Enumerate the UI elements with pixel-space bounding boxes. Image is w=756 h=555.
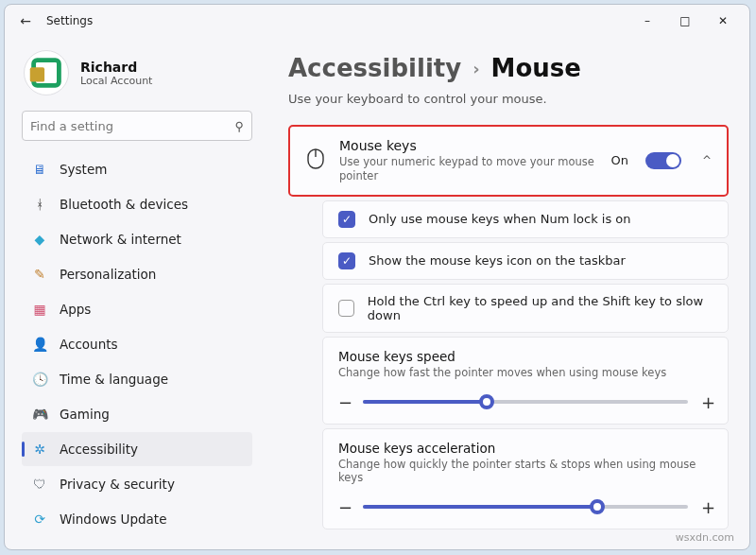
nav-label: Apps	[60, 302, 91, 317]
nav-label: Bluetooth & devices	[60, 197, 188, 212]
breadcrumb-parent[interactable]: Accessibility	[288, 54, 461, 82]
page-subtitle: Use your keyboard to control your mouse.	[288, 92, 729, 106]
back-button[interactable]: ←	[12, 13, 39, 28]
numlock-label: Only use mouse keys when Num lock is on	[369, 212, 631, 226]
nav-label: Windows Update	[60, 512, 166, 527]
nav-icon: 🕓	[31, 371, 48, 388]
nav-label: Network & internet	[60, 232, 181, 247]
accel-plus[interactable]: +	[701, 497, 713, 517]
app-title: Settings	[46, 14, 93, 27]
nav-icon: ✎	[31, 266, 48, 283]
mouse-keys-toggle[interactable]	[645, 152, 681, 169]
sidebar-item-apps[interactable]: ▦Apps	[22, 292, 252, 326]
sidebar-item-accessibility[interactable]: ✲Accessibility	[22, 432, 252, 466]
sidebar-item-bluetooth-devices[interactable]: ᚼBluetooth & devices	[22, 187, 252, 221]
main-content: Accessibility › Mouse Use your keyboard …	[260, 37, 749, 549]
sidebar-item-windows-update[interactable]: ⟳Windows Update	[22, 502, 252, 536]
nav-label: Accounts	[60, 337, 118, 352]
maximize-button[interactable]: □	[666, 8, 704, 34]
settings-window: ← Settings – □ ✕ Richard Local Account ⚲…	[4, 4, 750, 550]
accel-minus[interactable]: −	[338, 497, 350, 517]
user-name: Richard	[80, 60, 152, 75]
nav-icon: ▦	[31, 301, 48, 318]
checkbox-on-icon[interactable]: ✓	[338, 252, 355, 269]
profile-block[interactable]: Richard Local Account	[24, 50, 252, 95]
speed-slider[interactable]	[363, 400, 688, 404]
speed-card: Mouse keys speed Change how fast the poi…	[322, 337, 729, 425]
sidebar-item-gaming[interactable]: 🎮Gaming	[22, 397, 252, 431]
accel-slider[interactable]	[363, 505, 688, 509]
nav-label: Personalization	[60, 267, 156, 282]
sidebar-item-network-internet[interactable]: ◆Network & internet	[22, 222, 252, 256]
watermark: wsxdn.com	[676, 531, 734, 544]
speed-sub: Change how fast the pointer moves when u…	[338, 366, 713, 379]
mouse-keys-card[interactable]: Mouse keys Use your numeric keypad to mo…	[288, 125, 729, 197]
nav-label: System	[60, 162, 107, 177]
nav-icon: ✲	[31, 441, 48, 458]
checkbox-on-icon[interactable]: ✓	[338, 211, 355, 228]
taskbar-label: Show the mouse keys icon on the taskbar	[369, 253, 626, 268]
sidebar-item-time-language[interactable]: 🕓Time & language	[22, 362, 252, 396]
accel-sub: Change how quickly the pointer starts & …	[338, 458, 713, 484]
accel-card: Mouse keys acceleration Change how quick…	[322, 428, 729, 529]
nav-icon: 🛡	[31, 476, 48, 493]
nav-label: Privacy & security	[60, 477, 175, 492]
titlebar: ← Settings – □ ✕	[5, 5, 749, 37]
accel-title: Mouse keys acceleration	[338, 441, 713, 456]
nav-label: Accessibility	[60, 442, 138, 457]
nav-icon: ⟳	[31, 511, 48, 528]
breadcrumb: Accessibility › Mouse	[288, 54, 729, 82]
avatar	[24, 50, 69, 95]
sidebar-item-privacy-security[interactable]: 🛡Privacy & security	[22, 467, 252, 501]
nav-icon: 👤	[31, 336, 48, 353]
mouse-keys-title: Mouse keys	[339, 138, 597, 153]
search-input[interactable]	[30, 119, 234, 133]
close-button[interactable]: ✕	[704, 8, 742, 34]
nav-list: 🖥SystemᚼBluetooth & devices◆Network & in…	[22, 152, 252, 536]
svg-rect-1	[30, 67, 44, 81]
speed-title: Mouse keys speed	[338, 349, 713, 364]
chevron-up-icon[interactable]: ^	[702, 154, 712, 167]
speed-minus[interactable]: −	[338, 392, 350, 412]
taskbar-icon-option[interactable]: ✓ Show the mouse keys icon on the taskba…	[322, 242, 729, 280]
speed-plus[interactable]: +	[701, 392, 713, 412]
breadcrumb-current: Mouse	[491, 54, 581, 82]
sidebar-item-personalization[interactable]: ✎Personalization	[22, 257, 252, 291]
nav-icon: 🎮	[31, 406, 48, 423]
user-sub: Local Account	[80, 75, 152, 87]
nav-icon: ᚼ	[31, 196, 48, 213]
mouse-keys-sub: Use your numeric keypad to move your mou…	[339, 155, 597, 183]
nav-icon: ◆	[31, 231, 48, 248]
search-box[interactable]: ⚲	[22, 111, 252, 141]
nav-label: Gaming	[60, 407, 110, 422]
checkbox-off-icon[interactable]	[338, 300, 354, 317]
chevron-right-icon: ›	[472, 59, 479, 78]
minimize-button[interactable]: –	[628, 8, 666, 34]
nav-icon: 🖥	[31, 161, 48, 178]
mouse-keys-state: On	[610, 153, 627, 167]
ctrl-shift-option[interactable]: Hold the Ctrl key to speed up and the Sh…	[322, 284, 729, 333]
nav-label: Time & language	[60, 372, 168, 387]
sidebar: Richard Local Account ⚲ 🖥SystemᚼBluetoot…	[5, 37, 260, 549]
ctrl-label: Hold the Ctrl key to speed up and the Sh…	[368, 294, 713, 322]
sidebar-item-accounts[interactable]: 👤Accounts	[22, 327, 252, 361]
search-icon: ⚲	[234, 119, 244, 133]
sidebar-item-system[interactable]: 🖥System	[22, 152, 252, 186]
numlock-option[interactable]: ✓ Only use mouse keys when Num lock is o…	[322, 200, 729, 238]
mouse-icon	[305, 148, 326, 173]
